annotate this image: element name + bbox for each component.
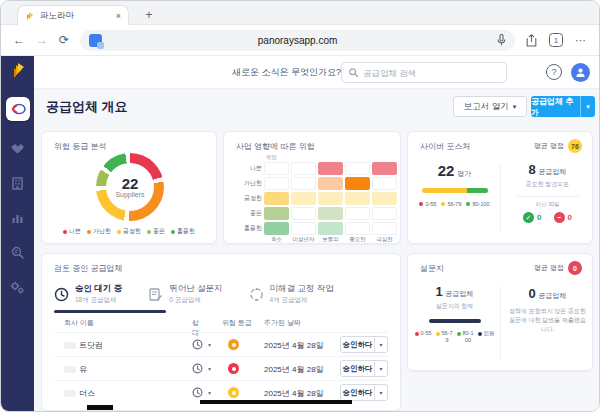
heatmap-cell bbox=[345, 207, 370, 220]
bar-segment bbox=[429, 319, 481, 323]
risk-rating-title: 위험 등급 분석 bbox=[54, 141, 106, 152]
chevron-down-icon: ▾ bbox=[513, 103, 517, 111]
critical-answers-block: 0공급업체 정책에 포함되지 않은 중요한 질문에 대한 답변을 제출했습니다. bbox=[501, 286, 593, 334]
search-input[interactable] bbox=[363, 68, 499, 78]
table-row[interactable]: 유 ▾ 2025년 4월 28일 승인하다▾ bbox=[54, 356, 388, 380]
forward-icon[interactable]: → bbox=[36, 34, 48, 46]
divider bbox=[516, 196, 580, 197]
chevron-down-icon[interactable]: ▾ bbox=[208, 341, 211, 348]
company-name: 트닷컴 bbox=[79, 340, 103, 351]
approve-button[interactable]: 승인하다▾ bbox=[340, 360, 388, 377]
sidebar-item-engagements[interactable] bbox=[10, 143, 25, 155]
back-icon[interactable]: ← bbox=[13, 34, 25, 46]
assessments-count: 22 bbox=[438, 162, 455, 179]
table-header: 회사 이름 상태 ↓ 위험 등급 추가된 날짜 bbox=[54, 318, 388, 332]
legend-label: 56-79 bbox=[447, 201, 461, 207]
approve-button[interactable]: 승인하다▾ bbox=[340, 336, 388, 353]
browser-window: 파노라마 × + ← → ⟳ panoraysapp.com 1 ⋯ bbox=[0, 0, 600, 412]
minus-circle-icon: − bbox=[554, 212, 565, 223]
sidebar-item-overview[interactable] bbox=[6, 97, 30, 121]
clock-icon bbox=[54, 287, 69, 302]
pending-clock-icon bbox=[192, 363, 203, 374]
site-badge-icon bbox=[89, 34, 102, 47]
page-header: 공급업체 개요 보고서 열기 ▾ 공급업체 추가 ▾ bbox=[34, 89, 599, 123]
supplier-search[interactable] bbox=[341, 62, 507, 83]
whats-new-link[interactable]: 새로운 소식은 무엇인가요? bbox=[232, 56, 359, 89]
add-supplier-label: 공급업체 추가 bbox=[531, 96, 580, 117]
legend-item: 공정한 bbox=[117, 227, 141, 236]
donut-value: 22 bbox=[122, 176, 139, 192]
add-supplier-caret[interactable]: ▾ bbox=[580, 96, 595, 117]
heatmap-cell bbox=[264, 207, 289, 220]
sort-desc-icon[interactable]: ↓ bbox=[192, 318, 196, 325]
date-added-cell: 2025년 4월 28일 bbox=[264, 340, 324, 351]
open-report-label: 보고서 열기 bbox=[464, 101, 509, 113]
review-title: 검토 중인 공급업체 bbox=[54, 263, 122, 274]
sidebar-item-assessments[interactable] bbox=[11, 246, 24, 259]
date-added-cell: 2025년 4월 28일 bbox=[264, 388, 324, 399]
sidebar-item-suppliers[interactable] bbox=[11, 177, 24, 190]
questionnaire-legend: 0-55 56-79 80-100 없음 bbox=[408, 330, 501, 343]
heatmap-cell bbox=[372, 177, 397, 190]
chevron-down-icon[interactable]: ▾ bbox=[208, 389, 211, 396]
share-icon[interactable] bbox=[526, 34, 537, 47]
cyber-posture-panel: 사이버 포스처 평균 평점 76 22평가 0-55 56-79 80-100 … bbox=[407, 131, 593, 244]
legend-label: 80-100 bbox=[472, 201, 489, 207]
table-row[interactable]: 트닷컴 ▾ 2025년 4월 28일 승인하다▾ bbox=[54, 332, 388, 356]
donut-center: 22 Suppliers bbox=[96, 153, 164, 221]
heatmap-row-label: 가난한 bbox=[226, 177, 262, 192]
heatmap-cell bbox=[291, 192, 316, 205]
average-rating-badge: 0 bbox=[568, 261, 582, 275]
tab-outstanding-questionnaires[interactable]: 뛰어난 설문지0 공급업체 bbox=[148, 278, 222, 310]
browser-tab[interactable]: 파노라마 × bbox=[17, 5, 129, 25]
approve-button[interactable]: 승인하다▾ bbox=[340, 384, 388, 401]
redacted-text bbox=[64, 342, 76, 349]
legend-item: 없음 bbox=[478, 330, 495, 343]
approve-caret[interactable]: ▾ bbox=[374, 361, 387, 376]
help-button[interactable]: ? bbox=[546, 64, 562, 80]
status-cell[interactable]: ▾ bbox=[192, 363, 211, 374]
tab-label: 미해결 교정 작업 bbox=[270, 283, 334, 295]
redacted-text bbox=[64, 390, 76, 397]
heatmap-cell bbox=[345, 177, 370, 190]
status-cell[interactable]: ▾ bbox=[192, 387, 211, 398]
approve-caret[interactable]: ▾ bbox=[374, 337, 387, 352]
add-supplier-button[interactable]: 공급업체 추가 ▾ bbox=[531, 96, 595, 117]
user-avatar[interactable] bbox=[571, 63, 590, 82]
sidebar-item-reports[interactable] bbox=[11, 212, 24, 224]
tab-sublabel: 18개 공급업체 bbox=[75, 296, 122, 305]
new-tab-button[interactable]: + bbox=[141, 7, 157, 23]
chevron-down-icon[interactable]: ▾ bbox=[208, 365, 211, 372]
status-cell[interactable]: ▾ bbox=[192, 339, 211, 350]
tab-sublabel: 4개 공급업체 bbox=[270, 296, 334, 305]
questionnaires-title: 설문지 bbox=[420, 263, 444, 274]
heatmap-cell bbox=[345, 192, 370, 205]
url-text: panoraysapp.com bbox=[110, 35, 485, 46]
tab-close-icon[interactable]: × bbox=[116, 11, 121, 21]
open-report-button[interactable]: 보고서 열기 ▾ bbox=[453, 96, 527, 117]
search-icon bbox=[349, 68, 358, 77]
microphone-icon[interactable] bbox=[497, 34, 506, 46]
tab-count-button[interactable]: 1 bbox=[549, 33, 563, 47]
reload-icon[interactable]: ⟳ bbox=[59, 34, 69, 46]
tab-pending-approval[interactable]: 승인 대기 중18개 공급업체 bbox=[54, 278, 122, 310]
questionnaire-suppliers-count: 1 bbox=[435, 284, 442, 299]
sidebar-item-settings[interactable] bbox=[10, 281, 25, 294]
legend-item: 가난한 bbox=[87, 227, 111, 236]
approve-caret[interactable]: ▾ bbox=[374, 385, 387, 400]
heatmap-cell bbox=[318, 177, 343, 190]
legend-dot bbox=[436, 332, 440, 336]
risk-rating-badge bbox=[228, 387, 239, 398]
heatmap-cell bbox=[318, 207, 343, 220]
heatmap-cell bbox=[264, 162, 289, 175]
url-bar[interactable]: panoraysapp.com bbox=[80, 30, 515, 51]
heatmap-y-axis-label: 위험 bbox=[266, 154, 277, 161]
questionnaire-icon bbox=[148, 287, 163, 302]
active-tab-indicator bbox=[54, 310, 166, 313]
legend-item: 나쁜 bbox=[63, 227, 81, 236]
tab-open-remediation[interactable]: 미해결 교정 작업4개 공급업체 bbox=[249, 278, 334, 310]
legend-dot bbox=[415, 332, 419, 336]
company-name-cell: 유 bbox=[64, 364, 87, 375]
heatmap-row-labels: 나쁜가난한공정한좋은훌륭한 bbox=[226, 162, 262, 237]
browser-menu-icon[interactable]: ⋯ bbox=[575, 34, 587, 47]
